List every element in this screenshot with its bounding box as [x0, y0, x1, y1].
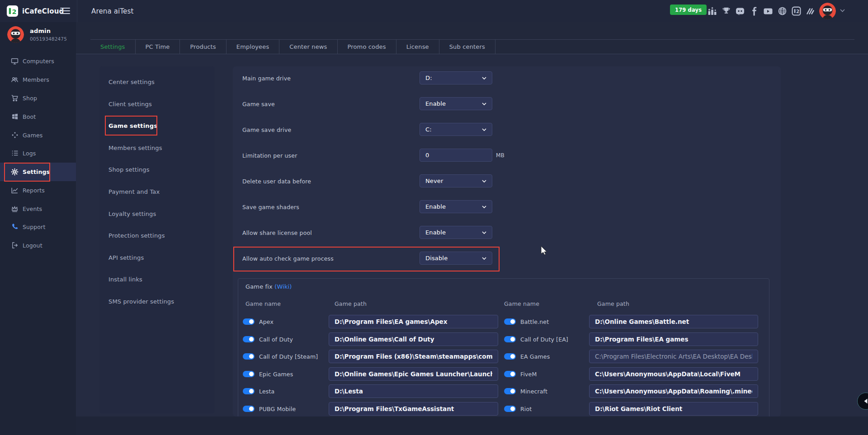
sidebar-item-label: Events — [23, 206, 42, 212]
globe-icon[interactable] — [777, 6, 787, 16]
apex-toggle[interactable] — [243, 318, 255, 325]
lesta-toggle[interactable] — [243, 388, 255, 394]
settings-nav-client[interactable]: Client settings — [99, 95, 215, 113]
sidebar-item-support[interactable]: Support — [0, 218, 76, 236]
call-of-duty-path-input[interactable] — [329, 332, 498, 346]
app-root: 2 iCafeCloud Arena aiTest 179 days — [0, 0, 868, 435]
settings-nav-install[interactable]: Install links — [99, 270, 215, 288]
field-label: Game save drive — [242, 126, 291, 133]
battlenet-path-input[interactable] — [589, 315, 758, 328]
fivem-path-input[interactable] — [589, 367, 758, 381]
delete-user-data-select[interactable]: Never — [420, 174, 492, 187]
sidebar-item-boot[interactable]: Boot — [0, 108, 76, 126]
wiki-link[interactable]: (Wiki) — [274, 283, 292, 290]
main-game-drive-select[interactable]: D: — [420, 71, 492, 84]
call-of-duty-toggle[interactable] — [243, 336, 255, 342]
sidebar-item-events[interactable]: Events — [0, 200, 76, 218]
sidebar-item-logs[interactable]: Logs — [0, 144, 76, 162]
call-of-duty-ea-toggle[interactable] — [504, 336, 516, 342]
sidebar-item-members[interactable]: Members — [0, 70, 76, 89]
allow-auto-check-game-process-select[interactable]: Disable — [420, 252, 492, 265]
facebook-icon[interactable] — [749, 6, 759, 16]
riot-toggle[interactable] — [504, 406, 516, 412]
riot-path-input[interactable] — [589, 402, 758, 416]
layers-icon[interactable] — [805, 6, 815, 16]
sidebar-item-reports[interactable]: Reports — [0, 181, 76, 199]
tab-promo-codes[interactable]: Promo codes — [338, 40, 396, 54]
svg-text:2: 2 — [796, 9, 799, 14]
epic-games-toggle[interactable] — [243, 371, 255, 377]
sidebar-item-label: Reports — [23, 187, 45, 194]
battlenet-toggle[interactable] — [504, 318, 516, 325]
game-fix-row: Lesta Minecraft — [238, 384, 770, 398]
settings-nav-loyalty[interactable]: Loyalty settings — [99, 205, 215, 223]
chart-icon — [11, 187, 19, 194]
gear-icon — [11, 168, 19, 176]
license-days-badge[interactable]: 179 days — [670, 5, 707, 15]
pubg-mobile-toggle[interactable] — [243, 406, 255, 412]
call-of-duty-steam-toggle[interactable] — [243, 353, 255, 360]
center-name: Arena aiTest — [91, 0, 134, 22]
sidebar-item-shop[interactable]: Shop — [0, 89, 76, 107]
header: 2 iCafeCloud Arena aiTest 179 days — [0, 0, 868, 22]
chevron-down-icon[interactable] — [840, 9, 845, 12]
field-label: Delete user data before — [242, 178, 311, 185]
settings-nav-center[interactable]: Center settings — [99, 73, 215, 91]
tab-center-news[interactable]: Center news — [279, 40, 337, 54]
brand[interactable]: 2 iCafeCloud — [6, 0, 64, 22]
monitor-icon — [11, 57, 19, 65]
minecraft-path-input[interactable] — [589, 384, 758, 398]
sidebar-item-logout[interactable]: Logout — [0, 236, 76, 254]
sidebar-item-computers[interactable]: Computers — [0, 52, 76, 70]
settings-nav-payment[interactable]: Payment and Tax — [99, 182, 215, 201]
settings-nav-api[interactable]: API settings — [99, 248, 215, 267]
leaderboard-icon[interactable] — [707, 6, 717, 16]
lesta-path-input[interactable] — [329, 384, 498, 398]
icafecloud-mark-icon[interactable]: 2 — [791, 6, 801, 16]
settings-nav-sms[interactable]: SMS provider settings — [99, 292, 215, 310]
limitation-per-user-input[interactable] — [420, 149, 492, 162]
call-of-duty-steam-path-input[interactable] — [329, 350, 498, 363]
col-header-game-name: Game name — [504, 300, 539, 307]
user-avatar[interactable] — [819, 3, 836, 19]
settings-nav-shop[interactable]: Shop settings — [99, 160, 215, 178]
tab-license[interactable]: License — [396, 40, 439, 54]
game-save-select[interactable]: Enable — [420, 97, 492, 110]
tab-products[interactable]: Products — [180, 40, 226, 54]
tab-sub-centers[interactable]: Sub centers — [439, 40, 495, 54]
user-id: 005193482475 — [30, 36, 67, 42]
sidebar-user-avatar[interactable] — [7, 26, 24, 43]
minecraft-toggle[interactable] — [504, 388, 516, 394]
settings-nav-protection[interactable]: Protection settings — [99, 226, 215, 244]
icafecloud-logo-icon: 2 — [6, 5, 19, 17]
games-icon — [11, 131, 19, 139]
select-value: Enable — [425, 100, 446, 107]
cart-icon — [11, 94, 19, 102]
call-of-duty-ea-path-input[interactable] — [589, 332, 758, 346]
game-fix-row: Epic Games FiveM — [238, 367, 770, 381]
select-value: Enable — [425, 229, 446, 236]
pubg-mobile-path-input[interactable] — [329, 402, 498, 416]
youtube-icon[interactable] — [763, 6, 773, 16]
tab-pc-time[interactable]: PC Time — [136, 40, 180, 54]
game-cell: EA Games — [504, 350, 550, 363]
settings-nav-game[interactable]: Game settings — [99, 117, 215, 135]
discord-icon[interactable] — [735, 6, 745, 16]
ea-games-toggle[interactable] — [504, 353, 516, 360]
sidebar-item-settings[interactable]: Settings — [0, 163, 76, 181]
settings-nav-members[interactable]: Members settings — [99, 139, 215, 157]
ea-games-path-input[interactable] — [589, 350, 758, 363]
sidebar-item-label: Computers — [23, 58, 54, 65]
game-cell: PUBG Mobile — [243, 402, 296, 416]
tab-settings[interactable]: Settings — [90, 40, 136, 54]
sidebar-item-games[interactable]: Games — [0, 126, 76, 144]
save-game-shaders-select[interactable]: Enable — [420, 200, 492, 213]
trophy-icon[interactable] — [721, 6, 731, 16]
epic-games-path-input[interactable] — [329, 367, 498, 381]
fivem-toggle[interactable] — [504, 371, 516, 377]
apex-path-input[interactable] — [329, 315, 498, 328]
tab-employees[interactable]: Employees — [226, 40, 280, 54]
game-save-drive-select[interactable]: C: — [420, 123, 492, 136]
menu-toggle-icon[interactable] — [60, 6, 70, 15]
allow-share-license-pool-select[interactable]: Enable — [420, 226, 492, 239]
